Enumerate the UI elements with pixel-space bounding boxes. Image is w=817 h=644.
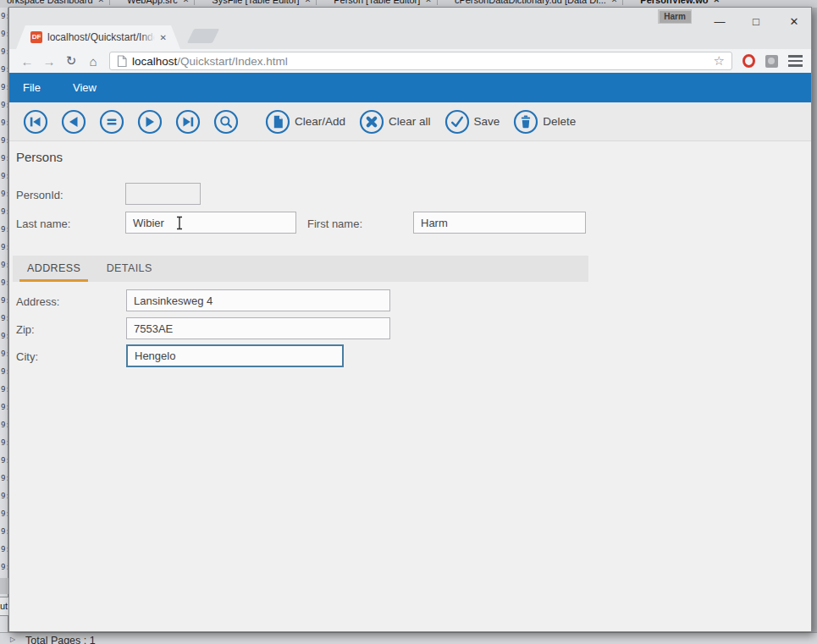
personid-input[interactable] [125,183,201,205]
close-icon[interactable]: ✕ [98,0,105,4]
save-button[interactable]: Save [444,109,500,135]
clear-add-button[interactable]: Clear/Add [265,109,345,135]
view-tab-strip: ADDRESS DETAILS [13,256,588,282]
lastname-label: Last name: [16,217,70,230]
url-path: /Quickstart/Index.html [177,55,288,68]
app-menu-bar: File View [9,73,811,102]
extension-icon[interactable] [765,55,778,68]
tooltip: Harm [658,9,692,24]
close-icon[interactable]: ✕ [713,0,720,4]
first-record-button[interactable] [23,109,48,135]
zip-input[interactable] [126,317,390,339]
app-toolbar: Clear/Add Clear all Save Delete [9,102,811,141]
city-input[interactable] [126,344,344,367]
close-icon[interactable]: ✕ [305,0,312,4]
ide-output-button-fragment[interactable]: ut [0,597,8,616]
new-document-icon [265,109,290,135]
browser-window: Harm — □ ✕ DF localhost/Quickstart/Index… [8,7,812,632]
url-host: localhost [132,55,177,68]
record-list-button[interactable] [99,109,124,135]
browser-tab-title: localhost/Quickstart/Index [47,31,155,43]
dataflex-favicon: DF [30,31,42,43]
ide-tab-workspace-dashboard[interactable]: orkspace Dashboard✕ [2,0,110,5]
close-icon[interactable]: ✕ [183,0,190,4]
browser-titlebar: Harm — □ ✕ DF localhost/Quickstart/Index… [9,8,811,49]
clear-all-button[interactable]: Clear all [359,109,431,135]
page-icon [117,55,127,68]
ide-status-bar: ▷ Total Pages : 1 [0,632,817,644]
address-label: Address: [16,295,59,308]
firstname-label: First name: [307,217,362,230]
personid-label: PersonId: [16,189,63,201]
address-bar[interactable]: localhost /Quickstart/Index.html ☆ [109,52,732,70]
bookmark-star-icon[interactable]: ☆ [714,53,725,69]
check-icon [444,109,470,135]
cross-icon [359,109,384,135]
ide-tab-sysfile[interactable]: SysFile [Table Editor]✕ [207,0,317,5]
close-icon[interactable]: ✕ [611,0,618,4]
close-icon[interactable]: ✕ [425,0,432,4]
lastname-input[interactable] [125,212,296,234]
back-icon[interactable]: ← [16,54,38,69]
ide-tab-webapp-src[interactable]: WebApp.src✕ [122,0,195,5]
menu-view[interactable]: View [73,81,97,94]
total-pages-status: Total Pages : 1 [25,635,96,644]
last-record-button[interactable] [175,109,201,135]
browser-tab[interactable]: DF localhost/Quickstart/Index ✕ [16,25,180,49]
maximize-button[interactable]: □ [743,13,769,31]
reload-icon[interactable]: ↻ [60,53,82,69]
extension-opera-icon[interactable] [742,54,755,68]
trash-icon [513,109,538,135]
minimize-button[interactable]: — [707,13,732,31]
ide-tab-datadictionary[interactable]: cPersonDataDictionary.dd [Data Di...✕ [450,0,623,5]
zip-label: Zip: [16,323,35,336]
ide-gutter-divider [0,578,8,594]
close-button[interactable]: ✕ [781,13,807,31]
next-record-button[interactable] [137,109,163,135]
ide-tab-person[interactable]: Person [Table Editor]✕ [328,0,438,5]
tab-details[interactable]: DETAILS [99,256,160,282]
new-tab-button[interactable] [187,29,219,43]
ide-gutter: 9: 9: 9: 9: 9: 9: 9: 9: 9: 9: 9: 9: 9: 9… [0,8,8,632]
address-input[interactable] [126,289,390,311]
page-title: Persons [16,150,63,164]
home-icon[interactable]: ⌂ [82,54,104,69]
browser-menu-icon[interactable] [788,55,803,66]
previous-record-button[interactable] [61,109,86,135]
tree-expand-icon[interactable]: ▷ [10,636,15,643]
city-label: City: [16,350,38,363]
ide-tab-personview[interactable]: PersonView.wo✕ [635,0,725,5]
tab-close-icon[interactable]: ✕ [160,33,167,42]
browser-toolbar: ← → ↻ ⌂ localhost /Quickstart/Index.html… [9,49,811,73]
app-content: Persons PersonId: Last name: First name:… [9,141,811,615]
delete-button[interactable]: Delete [513,109,576,135]
firstname-input[interactable] [413,212,586,234]
text-cursor-ibeam [175,216,184,234]
forward-icon[interactable]: → [38,54,60,69]
menu-file[interactable]: File [23,81,41,94]
find-button[interactable] [213,109,239,135]
tab-address[interactable]: ADDRESS [19,256,88,282]
